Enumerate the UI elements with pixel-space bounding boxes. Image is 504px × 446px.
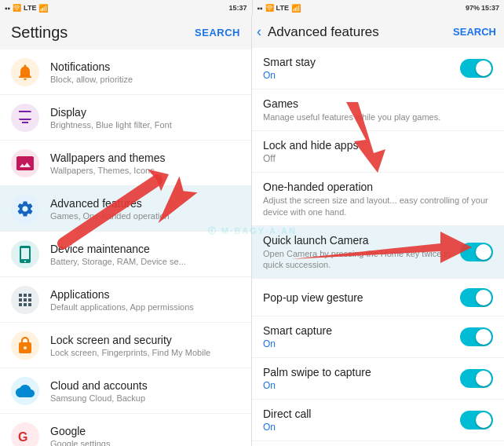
games-subtitle: Manage useful features while you play ga… [263, 112, 493, 122]
toggle-knob [476, 412, 491, 428]
applications-title: Applications [50, 288, 240, 301]
advanced-features-title: Advanced features [268, 24, 453, 40]
feature-games[interactable]: Games Manage useful features while you p… [252, 90, 504, 131]
sidebar-item-advanced[interactable]: Advanced features Games, One-handed oper… [0, 186, 251, 232]
feature-quick-camera[interactable]: Quick launch Camera Open Camera by press… [252, 226, 504, 280]
signal-icon: ▪▪ [5, 4, 10, 13]
feature-popup-view[interactable]: Pop-up view gesture [252, 279, 504, 316]
cloud-subtitle: Samsung Cloud, Backup [50, 393, 240, 403]
cloud-text: Cloud and accounts Samsung Cloud, Backup [50, 379, 240, 403]
palm-swipe-content: Palm swipe to capture On [263, 366, 454, 391]
settings-search-button[interactable]: SEARCH [195, 27, 240, 38]
right-panel: ‹ Advanced features SEARCH Smart stay On… [252, 16, 504, 446]
smart-capture-title: Smart capture [263, 324, 454, 337]
popup-view-content: Pop-up view gesture [263, 291, 454, 304]
advanced-subtitle: Games, One-handed operation [50, 211, 240, 221]
device-subtitle: Battery, Storage, RAM, Device se... [50, 257, 240, 266]
right-time: 15:37 [481, 4, 499, 12]
popup-view-title: Pop-up view gesture [263, 291, 454, 304]
sidebar-item-display[interactable]: Display Brightness, Blue light filter, F… [0, 95, 251, 141]
toggle-knob [476, 60, 491, 76]
left-status-bar: ▪▪ 🛜 LTE 📶 15:37 [0, 0, 252, 16]
cloud-title: Cloud and accounts [50, 379, 240, 392]
palm-swipe-toggle[interactable] [460, 369, 493, 388]
direct-call-toggle[interactable] [460, 411, 493, 430]
wallpapers-title: Wallpapers and themes [50, 152, 240, 164]
applications-text: Applications Default applications, App p… [50, 288, 240, 312]
direct-call-content: Direct call On [263, 408, 454, 433]
feature-palm-swipe[interactable]: Palm swipe to capture On [252, 358, 504, 400]
direct-call-status: On [263, 422, 454, 433]
advanced-icon [11, 195, 39, 223]
features-list: Smart stay On Games Manage useful featur… [252, 48, 504, 446]
left-status-icons: ▪▪ 🛜 LTE 📶 [5, 4, 48, 13]
right-status-icons: ▪▪ 🛜 LTE 📶 [257, 4, 301, 13]
signal-bars: 📶 [38, 4, 48, 13]
lock-hide-content: Lock and hide apps Off [263, 139, 493, 164]
google-subtitle: Google settings [50, 439, 240, 447]
lte-badge: LTE [24, 4, 36, 12]
sidebar-item-notifications[interactable]: Notifications Block, allow, prioritize [0, 49, 251, 95]
lockscreen-subtitle: Lock screen, Fingerprints, Find My Mobil… [50, 348, 240, 357]
right-status-bar: ▪▪ 🛜 LTE 📶 97% 15:37 [252, 0, 505, 16]
feature-one-handed[interactable]: One-handed operation Adjust the screen s… [252, 173, 504, 226]
one-handed-subtitle: Adjust the screen size and layout... eas… [263, 195, 493, 218]
advanced-search-button[interactable]: SEARCH [453, 26, 496, 38]
left-status-right: 15:37 [228, 4, 247, 12]
display-title: Display [50, 106, 240, 119]
lockscreen-title: Lock screen and security [50, 334, 240, 346]
right-panel-header: ‹ Advanced features SEARCH [252, 16, 504, 48]
quick-camera-subtitle: Open Camera by pressing the Home key twi… [263, 248, 454, 271]
settings-list: Notifications Block, allow, prioritize D… [0, 49, 251, 446]
left-panel-header: Settings SEARCH [0, 16, 251, 49]
display-subtitle: Brightness, Blue light filter, Font [50, 120, 240, 130]
wifi-icon2: 🛜 [265, 4, 274, 12]
feature-smart-stay[interactable]: Smart stay On [252, 48, 504, 90]
notifications-text: Notifications Block, allow, prioritize [50, 60, 240, 84]
device-title: Device maintenance [50, 243, 240, 255]
popup-view-toggle[interactable] [460, 288, 493, 307]
smart-capture-status: On [263, 338, 454, 349]
smart-capture-toggle[interactable] [460, 327, 493, 346]
wallpapers-text: Wallpapers and themes Wallpapers, Themes… [50, 152, 240, 175]
sidebar-item-cloud[interactable]: Cloud and accounts Samsung Cloud, Backup [0, 368, 251, 414]
sidebar-item-device[interactable]: Device maintenance Battery, Storage, RAM… [0, 232, 251, 277]
sidebar-item-wallpapers[interactable]: Wallpapers and themes Wallpapers, Themes… [0, 141, 251, 186]
feature-smart-capture[interactable]: Smart capture On [252, 316, 504, 358]
smart-stay-toggle[interactable] [460, 59, 493, 78]
one-handed-content: One-handed operation Adjust the screen s… [263, 181, 493, 218]
quick-camera-content: Quick launch Camera Open Camera by press… [263, 234, 454, 271]
sidebar-item-google[interactable]: G Google Google settings [0, 414, 251, 446]
toggle-knob [476, 329, 491, 345]
lockscreen-text: Lock screen and security Lock screen, Fi… [50, 334, 240, 357]
status-bars: ▪▪ 🛜 LTE 📶 15:37 ▪▪ 🛜 LTE 📶 97% 15:37 [0, 0, 504, 16]
back-arrow-icon[interactable]: ‹ [257, 24, 261, 40]
smart-stay-content: Smart stay On [263, 56, 454, 81]
notifications-title: Notifications [50, 60, 240, 73]
feature-lock-hide[interactable]: Lock and hide apps Off [252, 131, 504, 173]
smart-capture-content: Smart capture On [263, 324, 454, 349]
cloud-icon [11, 377, 39, 405]
toggle-knob [476, 290, 491, 305]
smart-stay-status: On [263, 70, 454, 81]
sidebar-item-lockscreen[interactable]: Lock screen and security Lock screen, Fi… [0, 323, 251, 368]
applications-icon [11, 286, 39, 314]
lock-hide-title: Lock and hide apps [263, 139, 493, 152]
toggle-knob [476, 371, 491, 386]
display-text: Display Brightness, Blue light filter, F… [50, 106, 240, 130]
one-handed-title: One-handed operation [263, 181, 493, 193]
left-panel: Settings SEARCH Notifications Block, all… [0, 16, 252, 446]
left-time: 15:37 [228, 4, 247, 12]
google-title: Google [50, 425, 240, 437]
direct-call-title: Direct call [263, 408, 454, 420]
wallpapers-icon [11, 149, 39, 177]
battery-icon: 97% [466, 4, 480, 12]
sidebar-item-applications[interactable]: Applications Default applications, App p… [0, 277, 251, 323]
panels-wrapper: Settings SEARCH Notifications Block, all… [0, 16, 504, 446]
smart-stay-title: Smart stay [263, 56, 454, 68]
feature-direct-call[interactable]: Direct call On [252, 400, 504, 441]
advanced-title: Advanced features [50, 197, 240, 210]
quick-camera-toggle[interactable] [460, 243, 493, 261]
applications-subtitle: Default applications, App permissions [50, 302, 240, 312]
svg-text:G: G [18, 430, 27, 444]
